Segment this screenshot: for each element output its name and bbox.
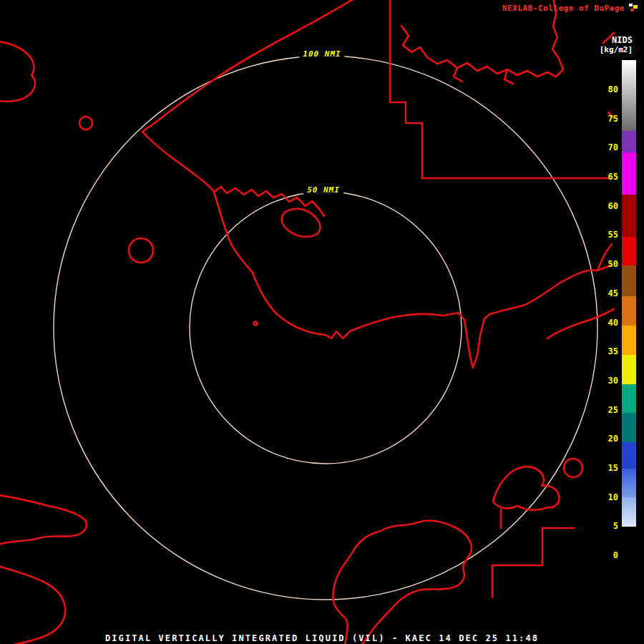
colorbar-segment (622, 497, 636, 527)
inlet-east (547, 309, 614, 338)
legend-units-label: [kg/m2] (600, 45, 633, 54)
outer-ring-label: 100 NMI (299, 49, 344, 59)
colorbar-segment (622, 194, 636, 236)
colorbar-segment (622, 468, 636, 497)
legend-product-label: NIDS (612, 35, 633, 45)
coastline-northwest-blob (0, 42, 35, 102)
island-southeast (564, 459, 582, 477)
coastline-southwest-lower (0, 566, 65, 644)
coastline-southwest-upper (0, 495, 87, 545)
brand-logo-icon (628, 3, 640, 13)
pond-outline (282, 209, 321, 237)
coastline-south-blob (333, 521, 471, 644)
inner-ring-label: 50 NMI (303, 185, 343, 195)
coastline-southeast-blob (493, 467, 559, 510)
island-northwest (79, 117, 92, 130)
range-ring-100nmi (54, 56, 597, 600)
colorbar-segment (622, 526, 636, 567)
coastline-main (142, 0, 610, 368)
status-bar: DIGITAL VERTICALLY INTEGRATED LIQUID (VI… (0, 633, 644, 643)
range-rings (54, 56, 597, 600)
coastline-northeast-branch1 (454, 68, 462, 82)
colorbar-segment (622, 384, 636, 413)
radar-map (0, 0, 644, 644)
edge-mark-east1 (608, 112, 614, 118)
range-ring-50nmi (190, 192, 462, 464)
colorbar-segment (622, 441, 636, 468)
boundary-southeast (492, 528, 574, 597)
lake-west (129, 238, 153, 263)
colorbar (622, 60, 636, 567)
colorbar-segment (622, 296, 636, 326)
colorbar-segment (622, 236, 636, 265)
islet-center (254, 322, 258, 326)
colorbar-segment (622, 354, 636, 384)
colorbar-segment (622, 60, 636, 130)
radar-display: 100 NMI 50 NMI NEXLAB-College of DuPage … (0, 0, 644, 644)
boundary-northeast (390, 0, 610, 178)
colorbar-segment (622, 130, 636, 152)
colorbar-segment (622, 326, 636, 355)
colorbar-segment (622, 152, 636, 195)
brand-text: NEXLAB-College of DuPage (502, 4, 625, 13)
map-outlines (0, 0, 614, 644)
colorbar-segment (622, 413, 636, 442)
colorbar-segment (622, 265, 636, 297)
